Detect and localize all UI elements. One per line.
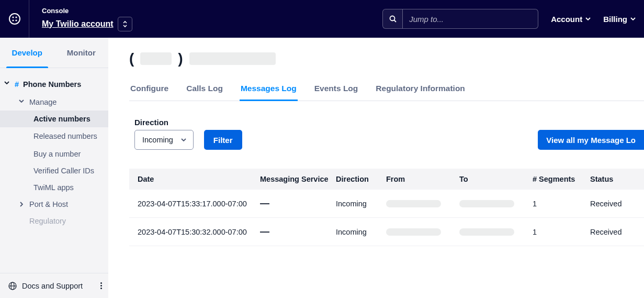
cell-segments: 1 xyxy=(533,200,590,208)
nav-regulatory[interactable]: Regulatory xyxy=(0,213,108,229)
nav-active-numbers[interactable]: Active numbers xyxy=(0,111,108,127)
ctab-regulatory-info[interactable]: Regulatory Information xyxy=(375,80,466,101)
table-header: Date Messaging Service Direction From To… xyxy=(129,169,644,190)
th-date: Date xyxy=(129,175,260,183)
svg-point-2 xyxy=(15,16,17,18)
header-right: Account Billing xyxy=(382,9,636,29)
direction-filter-group: Direction Incoming xyxy=(134,118,194,150)
nav-phone-numbers[interactable]: # Phone Numbers xyxy=(0,75,108,94)
account-row: My Twilio account xyxy=(42,17,132,31)
nav-port-host[interactable]: Port & Host xyxy=(0,196,108,213)
cell-direction: Incoming xyxy=(336,200,386,208)
nav-port-host-label: Port & Host xyxy=(29,200,68,208)
main-content: ( ) Configure Calls Log Messages Log Eve… xyxy=(108,38,644,298)
nav-released-numbers[interactable]: Released numbers xyxy=(0,127,108,146)
nav-manage-label: Manage xyxy=(29,98,57,106)
svg-line-6 xyxy=(394,20,396,23)
cell-from xyxy=(386,200,459,207)
svg-point-3 xyxy=(12,19,14,21)
hash-icon: # xyxy=(15,80,19,89)
page-title: ( ) xyxy=(129,50,644,67)
chevron-down-icon xyxy=(19,100,24,103)
direction-label: Direction xyxy=(134,118,194,127)
layout: Develop Monitor # Phone Numbers Manage A… xyxy=(0,38,644,298)
header-left: Console My Twilio account xyxy=(0,0,132,38)
chevron-down-icon xyxy=(4,81,9,84)
direction-select[interactable]: Incoming xyxy=(134,130,194,150)
table-row[interactable]: 2023-04-07T15:33:17.000-07:00 — Incoming… xyxy=(129,190,644,218)
search-input[interactable] xyxy=(403,15,538,24)
content-tabs: Configure Calls Log Messages Log Events … xyxy=(129,80,644,101)
ctab-messages-log[interactable]: Messages Log xyxy=(240,80,298,101)
redacted-number xyxy=(140,52,172,65)
svg-point-0 xyxy=(9,14,20,24)
th-messaging-service: Messaging Service xyxy=(260,175,336,183)
billing-menu[interactable]: Billing xyxy=(603,15,636,24)
nav-active-numbers-label: Active numbers xyxy=(33,115,91,123)
cell-from xyxy=(386,228,459,236)
sidebar: Develop Monitor # Phone Numbers Manage A… xyxy=(0,38,108,298)
cell-direction: Incoming xyxy=(336,228,386,236)
logo-cell[interactable] xyxy=(0,0,29,38)
redacted-title xyxy=(189,52,276,65)
app-header: Console My Twilio account xyxy=(0,0,644,38)
more-menu-button[interactable] xyxy=(100,282,102,289)
search-button[interactable] xyxy=(383,9,403,28)
nav-buy-a-number[interactable]: Buy a number xyxy=(0,146,108,162)
th-from: From xyxy=(386,175,459,183)
ctab-configure[interactable]: Configure xyxy=(129,80,170,101)
tab-monitor[interactable]: Monitor xyxy=(54,38,109,68)
cell-status: Received xyxy=(590,228,644,236)
view-all-messages-button[interactable]: View all my Message Lo xyxy=(538,130,644,150)
chevron-down-icon xyxy=(585,17,591,20)
nav-twiml-apps[interactable]: TwiML apps xyxy=(0,179,108,196)
ctab-calls-log[interactable]: Calls Log xyxy=(185,80,224,101)
table-row[interactable]: 2023-04-07T15:30:32.000-07:00 — Incoming… xyxy=(129,218,644,246)
redacted-from xyxy=(386,228,441,236)
sidebar-footer: Docs and Support xyxy=(0,273,108,298)
nav-twiml-apps-label: TwiML apps xyxy=(33,183,74,192)
console-label: Console xyxy=(42,7,132,15)
chevron-down-icon xyxy=(181,138,186,141)
nav-manage[interactable]: Manage xyxy=(0,94,108,111)
filter-button[interactable]: Filter xyxy=(204,130,242,150)
redacted-to xyxy=(459,200,514,207)
cell-messaging-service: — xyxy=(260,226,336,237)
cell-segments: 1 xyxy=(533,228,590,236)
nav-regulatory-label: Regulatory xyxy=(29,217,66,225)
messages-table: Date Messaging Service Direction From To… xyxy=(129,169,644,246)
nav-buy-a-number-label: Buy a number xyxy=(33,150,81,158)
nav-verified-caller-ids[interactable]: Verified Caller IDs xyxy=(0,162,108,179)
account-switcher-button[interactable] xyxy=(118,17,132,31)
chevron-down-icon xyxy=(630,17,636,20)
chevron-right-icon xyxy=(20,202,23,207)
svg-point-5 xyxy=(390,16,394,21)
redacted-to xyxy=(459,228,514,236)
nav-released-numbers-label: Released numbers xyxy=(33,131,97,142)
direction-select-value: Incoming xyxy=(142,136,173,144)
ctab-events-log[interactable]: Events Log xyxy=(313,80,359,101)
th-direction: Direction xyxy=(336,175,386,183)
tab-develop[interactable]: Develop xyxy=(0,38,54,68)
cell-status: Received xyxy=(590,200,644,208)
nav-verified-caller-ids-label: Verified Caller IDs xyxy=(33,167,94,175)
nav-phone-numbers-label: Phone Numbers xyxy=(23,80,81,90)
account-name-link[interactable]: My Twilio account xyxy=(42,19,114,29)
twilio-logo-icon xyxy=(8,13,21,25)
paren-open: ( xyxy=(129,50,134,67)
updown-chevron-icon xyxy=(122,20,128,28)
docs-support-link[interactable]: Docs and Support xyxy=(22,282,83,290)
th-status: Status xyxy=(590,175,644,183)
account-block: Console My Twilio account xyxy=(29,7,132,31)
sidebar-nav[interactable]: # Phone Numbers Manage Active numbers Re… xyxy=(0,68,108,273)
cell-to xyxy=(459,200,533,207)
cell-messaging-service: — xyxy=(260,198,336,209)
filter-row: Direction Incoming Filter View all my Me… xyxy=(129,118,644,150)
cell-date: 2023-04-07T15:30:32.000-07:00 xyxy=(129,228,260,236)
svg-point-1 xyxy=(12,16,14,18)
billing-menu-label: Billing xyxy=(603,15,627,24)
account-menu-label: Account xyxy=(551,15,582,24)
th-segments: # Segments xyxy=(533,175,590,183)
svg-point-4 xyxy=(15,19,17,21)
account-menu[interactable]: Account xyxy=(551,15,591,24)
